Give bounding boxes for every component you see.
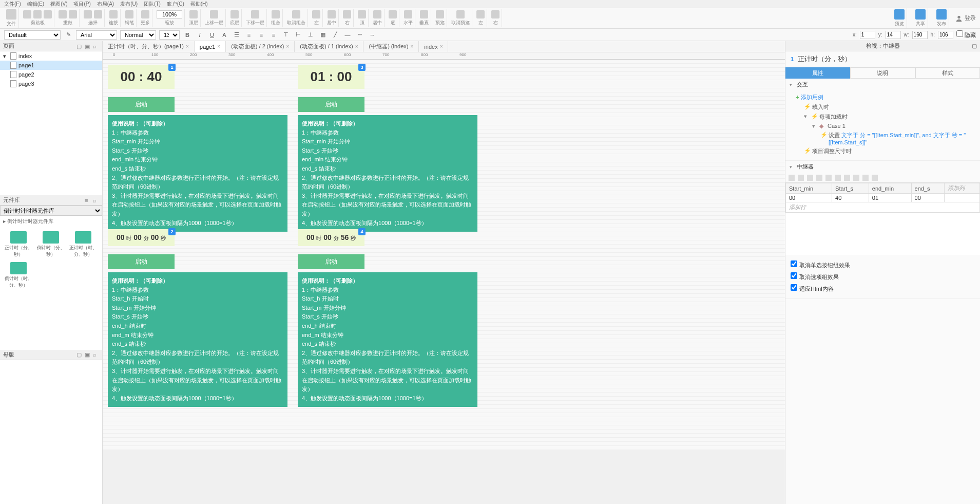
case-1[interactable]: ▾◆Case 1 — [796, 122, 976, 130]
preview-icon[interactable] — [894, 9, 905, 20]
login-button[interactable]: 登录 — [955, 14, 976, 22]
menu-account[interactable]: 账户(C) — [167, 1, 184, 8]
bold-icon[interactable]: B — [183, 30, 192, 40]
start-button[interactable]: 启动 — [108, 254, 175, 269]
page-root[interactable]: ▾index — [0, 51, 102, 61]
back-icon[interactable] — [230, 10, 239, 18]
align-bottom-icon[interactable] — [389, 10, 397, 18]
rt-icon-5[interactable] — [825, 175, 832, 181]
publish-icon[interactable] — [936, 9, 947, 20]
tab-0[interactable]: 正计时（时、分、秒）(page1)× — [103, 41, 195, 52]
left-panel-icon[interactable] — [476, 10, 485, 18]
add-case-button[interactable]: 添加用例 — [796, 92, 976, 102]
share-icon[interactable] — [915, 9, 926, 20]
menu-project[interactable]: 项目(P) — [73, 1, 90, 8]
rt-icon-3[interactable] — [807, 175, 813, 181]
close-icon[interactable]: × — [286, 44, 290, 49]
timer-widget-3[interactable]: 301 : 00 启动 使用说明：（可删除） 1：中继器参数Start_min … — [298, 65, 477, 232]
line-color-icon[interactable]: ╱ — [331, 30, 340, 40]
add-row[interactable]: 添加行 — [786, 202, 980, 213]
underline-icon[interactable]: U — [207, 30, 217, 40]
valign-t-icon[interactable]: ⊤ — [281, 30, 291, 40]
start-button[interactable]: 启动 — [298, 254, 364, 269]
lib-item-4[interactable]: 倒计时（时、分、秒） — [4, 262, 32, 289]
start-button[interactable]: 启动 — [298, 97, 364, 112]
opt-fit-html[interactable]: 适应Html内容 — [791, 283, 975, 294]
col-end-s[interactable]: end_s — [911, 183, 944, 194]
close-icon[interactable]: × — [355, 44, 358, 49]
fill-icon[interactable]: ▦ — [318, 30, 328, 40]
event-onitemload[interactable]: ▾⚡每项加载时 — [796, 112, 976, 122]
close-icon[interactable]: × — [217, 44, 220, 49]
align-center-icon[interactable] — [328, 10, 336, 18]
font-select[interactable]: Arial — [76, 30, 117, 40]
group-icon[interactable] — [272, 10, 280, 18]
align-r-icon[interactable]: ≡ — [269, 30, 278, 40]
tab-notes[interactable]: 说明 — [850, 67, 915, 79]
lib-menu-icon[interactable]: ≡ — [85, 197, 91, 203]
hide-checkbox[interactable]: 隐藏 — [956, 30, 976, 39]
menu-layout[interactable]: 布局(A) — [97, 1, 114, 8]
select-icon[interactable] — [84, 10, 92, 18]
style-manager-icon[interactable]: ✎ — [64, 30, 73, 40]
y-input[interactable] — [886, 31, 901, 39]
opt-isolate-select[interactable]: 取消选项组效果 — [791, 271, 975, 283]
tab-4[interactable]: (中继器) (index)× — [363, 41, 419, 52]
repeater-header[interactable]: ▾中继器 — [785, 161, 980, 173]
text-color-icon[interactable]: A — [220, 30, 229, 40]
align-l-icon[interactable]: ≡ — [244, 30, 254, 40]
col-start-s[interactable]: Start_s — [832, 183, 869, 194]
front-icon[interactable] — [189, 10, 198, 18]
align-left-icon[interactable] — [312, 10, 320, 18]
tab-3[interactable]: (动态面板) / 1 (index)× — [295, 41, 363, 52]
forward-icon[interactable] — [210, 10, 218, 18]
rt-icon-8[interactable] — [853, 175, 859, 181]
align-c-icon[interactable]: ≡ — [257, 30, 266, 40]
add-page-icon[interactable]: ▢ — [76, 43, 83, 49]
dist-h-icon[interactable] — [404, 10, 412, 18]
col-end-min[interactable]: end_min — [869, 183, 911, 194]
library-select[interactable]: 倒计时计时器元件库 — [0, 206, 102, 216]
connect-icon[interactable] — [109, 10, 118, 18]
close-icon[interactable]: × — [186, 44, 189, 49]
canvas[interactable]: 100 : 40 启动 使用说明：（可删除） 1：中继器参数Start_min … — [103, 60, 785, 450]
lib-item-1[interactable]: 正计时（分、秒） — [4, 231, 32, 258]
rt-icon-10[interactable] — [872, 175, 878, 181]
interactions-header[interactable]: ▾交互 — [785, 79, 980, 90]
zoom-input[interactable] — [157, 10, 182, 18]
rt-icon-9[interactable] — [862, 175, 869, 181]
lib-item-2[interactable]: 倒计时（分、秒） — [36, 231, 65, 258]
line-style-icon[interactable]: ┅ — [355, 30, 364, 40]
menu-edit[interactable]: 编辑(E) — [27, 1, 44, 8]
unlock-icon[interactable] — [456, 10, 465, 18]
x-input[interactable] — [860, 31, 875, 39]
tab-properties[interactable]: 属性 — [785, 67, 850, 79]
repeater-data[interactable]: Start_min Start_s end_min end_s 添加列 00 4… — [785, 183, 980, 255]
timer-widget-4[interactable]: 4 00 时 00 分 56 秒 启动 使用说明：（可删除） 1：中继器参数St… — [298, 229, 477, 407]
add-folder-icon[interactable]: ▣ — [85, 43, 91, 49]
right-panel-icon[interactable] — [491, 10, 499, 18]
copy-icon[interactable] — [33, 10, 42, 18]
rt-icon-6[interactable] — [835, 175, 841, 181]
redo-icon[interactable] — [69, 10, 77, 18]
tab-1[interactable]: page1× — [195, 41, 226, 52]
align-middle-icon[interactable] — [373, 10, 381, 18]
table-row[interactable]: 00 40 01 00 — [786, 194, 980, 202]
backward-icon[interactable] — [251, 10, 259, 18]
action-settext[interactable]: ⚡设置 文字于 分 = "[[Item.Start_min]]", and 文字… — [796, 130, 976, 146]
menu-view[interactable]: 视图(V) — [50, 1, 67, 8]
valign-b-icon[interactable]: ⊥ — [306, 30, 315, 40]
timer-widget-1[interactable]: 100 : 40 启动 使用说明：（可删除） 1：中继器参数Start_min … — [108, 65, 287, 232]
ungroup-icon[interactable] — [292, 10, 300, 18]
menu-team[interactable]: 团队(T) — [144, 1, 161, 8]
h-input[interactable] — [938, 31, 953, 39]
italic-icon[interactable]: I — [195, 30, 204, 40]
opt-isolate-radio[interactable]: 取消单选按钮组效果 — [791, 259, 975, 271]
tab-style[interactable]: 样式 — [915, 67, 980, 79]
col-start-min[interactable]: Start_min — [786, 183, 832, 194]
timer-widget-2[interactable]: 2 00 时 00 分 00 秒 启动 使用说明：（可删除） 1：中继器参数St… — [108, 229, 287, 407]
search-icon[interactable]: ⌕ — [93, 43, 99, 49]
align-top-icon[interactable] — [358, 10, 366, 18]
cut-icon[interactable] — [23, 10, 31, 18]
rt-icon-7[interactable] — [844, 175, 850, 181]
